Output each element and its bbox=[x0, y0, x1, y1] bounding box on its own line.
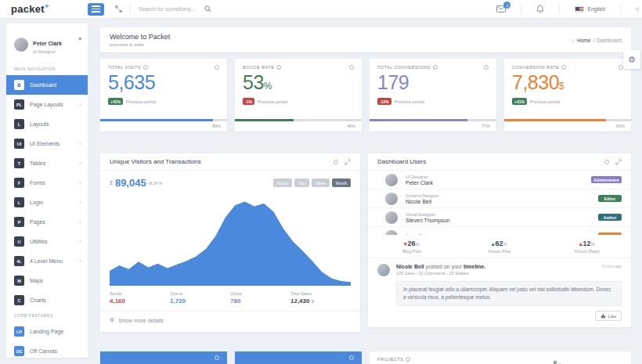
chevron-left-icon: ‹ bbox=[79, 200, 81, 206]
search-icon[interactable] bbox=[204, 5, 211, 13]
sidebar-section-core: CORE FEATURES bbox=[6, 310, 88, 322]
messages-button[interactable]: 2 bbox=[496, 5, 506, 13]
layouts-icon: L bbox=[14, 119, 24, 129]
breadcrumb-current: Dashboard bbox=[597, 38, 622, 43]
utilities-icon: U bbox=[14, 236, 24, 247]
sidebar-profile[interactable]: Peter Clark UI Designer ▾ bbox=[6, 23, 88, 63]
sidebar-item-maps[interactable]: M Maps bbox=[6, 271, 88, 290]
timeline-post: Nicole Bell posted on your timeline. 125… bbox=[368, 258, 631, 321]
post-avatar bbox=[377, 264, 390, 276]
chevron-down-icon[interactable]: ▾ bbox=[78, 36, 81, 42]
breadcrumb: ⌂ Home / Dashboard bbox=[572, 38, 622, 43]
pages-icon: P bbox=[14, 217, 24, 227]
sidebar-item-utilities[interactable]: U Utilities ‹ bbox=[6, 232, 88, 251]
panel-options-icon[interactable] bbox=[334, 160, 338, 164]
sidebar-item-4-level-menu[interactable]: 4L 4 Level Menu ‹ bbox=[6, 251, 88, 271]
sidebar-item-tables[interactable]: T Tables ‹ bbox=[6, 153, 88, 173]
user-row-steven-thompson[interactable]: Visual Designer Steven Thompson Author bbox=[368, 208, 631, 227]
info-icon: i bbox=[406, 357, 410, 362]
search-box[interactable] bbox=[139, 5, 211, 13]
sidebar-item-ui-elements[interactable]: UI UI Elements ‹ bbox=[6, 134, 88, 153]
role-badge: Editor bbox=[598, 195, 622, 202]
panel-options-icon[interactable] bbox=[604, 160, 609, 164]
sidebar-item-charts[interactable]: C Charts bbox=[6, 290, 88, 310]
visitors-delta: +8.24 % bbox=[148, 181, 163, 186]
off-canvas-icon: OC bbox=[14, 346, 24, 356]
user-menu-icon[interactable]: ›| bbox=[635, 5, 639, 13]
visitors-panel: Unique Visitors and Transactions $ 89,04… bbox=[100, 153, 360, 332]
sidebar-item-login[interactable]: L Login ‹ bbox=[6, 193, 88, 212]
thumb-up-icon bbox=[601, 313, 606, 319]
area-chart bbox=[110, 193, 351, 286]
page-layouts-icon: PL bbox=[14, 99, 24, 110]
charts-icon: C bbox=[14, 295, 24, 305]
range-button-day[interactable]: Day bbox=[294, 178, 309, 187]
role-badge: Author bbox=[598, 214, 622, 221]
top-navbar: packet+ 2 English ›| bbox=[0, 0, 642, 19]
range-button-hourly[interactable]: Hourly bbox=[273, 178, 292, 187]
stat-title: TOTAL VISITS bbox=[108, 65, 141, 70]
fullscreen-expand-icon[interactable] bbox=[115, 5, 122, 13]
user-row-senior-designer[interactable]: Senior Designer bbox=[368, 227, 631, 235]
sidebar-item-forms[interactable]: F Forms ‹ bbox=[6, 173, 88, 193]
breadcrumb-home[interactable]: Home bbox=[577, 38, 590, 43]
show-more-details[interactable]: ⚙ Show more details bbox=[100, 311, 360, 329]
hamburger-menu-button[interactable] bbox=[88, 3, 104, 16]
like-button[interactable]: Like bbox=[595, 311, 622, 321]
sidebar-item-off-canvas[interactable]: OC Off Canvas bbox=[6, 341, 88, 358]
post-headline: Nicole Bell posted on your timeline. bbox=[396, 264, 603, 269]
ui-elements-icon: UI bbox=[14, 139, 24, 149]
sidebar-item-layouts[interactable]: L Layouts bbox=[6, 114, 88, 134]
divider bbox=[559, 4, 560, 14]
stat-badge: -12% bbox=[377, 98, 391, 105]
card-options-icon[interactable] bbox=[215, 355, 219, 360]
sidebar-item-page-layouts[interactable]: PL Page Layouts ‹ bbox=[6, 95, 88, 114]
visitors-panel-title: Unique Visitors and Transactions bbox=[110, 158, 201, 165]
stat-sends: Sends 4,160 bbox=[110, 291, 170, 305]
theme-settings-button[interactable]: ⚙ bbox=[623, 50, 640, 69]
chevron-left-icon: ‹ bbox=[79, 102, 81, 108]
search-input[interactable] bbox=[139, 6, 200, 12]
sidebar: Peter Clark UI Designer ▾ MAIN NAVIGATIO… bbox=[6, 23, 88, 358]
gear-icon: ⚙ bbox=[110, 317, 114, 323]
range-button-month[interactable]: Month bbox=[332, 178, 351, 187]
stat-value: 179 bbox=[377, 73, 489, 92]
card-options-icon[interactable] bbox=[484, 65, 489, 70]
notifications-button[interactable] bbox=[536, 5, 544, 13]
dashboard-icon: D bbox=[14, 80, 24, 90]
card-options-icon[interactable] bbox=[349, 65, 354, 70]
post-body: In placerat feugiat odio a ullamcorper. … bbox=[396, 281, 622, 306]
sidebar-item-landing-page[interactable]: LP Landing Page bbox=[6, 322, 88, 341]
stat-badge: -1% bbox=[243, 98, 254, 105]
card-options-icon[interactable] bbox=[349, 355, 354, 360]
range-button-week[interactable]: Week bbox=[312, 178, 330, 187]
user-row-nicole-bell[interactable]: Content Designer Nicole Bell Editor bbox=[368, 189, 631, 208]
visitors-amount: 89,045 bbox=[115, 177, 146, 189]
info-icon: i bbox=[276, 65, 281, 70]
stat-value: 7,830$ bbox=[512, 73, 623, 92]
user-avatar bbox=[385, 230, 398, 236]
sidebar-item-pages[interactable]: P Pages ‹ bbox=[6, 212, 88, 232]
card-options-icon[interactable] bbox=[215, 65, 219, 70]
app-logo[interactable]: packet+ bbox=[0, 2, 81, 15]
users-list: UI Designer Peter Clark Administrator Co… bbox=[368, 171, 631, 235]
sidebar-item-dashboard[interactable]: D Dashboard bbox=[6, 75, 88, 95]
revenue-ytd-card: REVENUE YTDi bbox=[100, 351, 227, 364]
stat-badge: +41% bbox=[108, 98, 123, 105]
metric-blog-post: ▾26% Blog Post bbox=[368, 240, 456, 254]
role-badge: Administrator bbox=[591, 176, 622, 183]
panel-expand-icon[interactable] bbox=[344, 159, 351, 165]
stat-note: Previous period bbox=[530, 99, 560, 104]
login-icon: L bbox=[14, 197, 24, 207]
language-selector[interactable]: English bbox=[575, 6, 605, 13]
stat-value: 53% bbox=[243, 73, 354, 92]
divider bbox=[521, 4, 521, 14]
user-avatar bbox=[385, 211, 398, 224]
progress-label: 77% bbox=[370, 121, 496, 132]
stat-value: 5,635 bbox=[108, 73, 219, 92]
panel-expand-icon[interactable] bbox=[615, 159, 622, 165]
user-row-peter-clark[interactable]: UI Designer Peter Clark Administrator bbox=[368, 171, 631, 189]
stat-note: Previous period bbox=[258, 99, 287, 104]
stat-title: BOUCE RATE bbox=[243, 65, 274, 70]
divider bbox=[130, 4, 131, 14]
